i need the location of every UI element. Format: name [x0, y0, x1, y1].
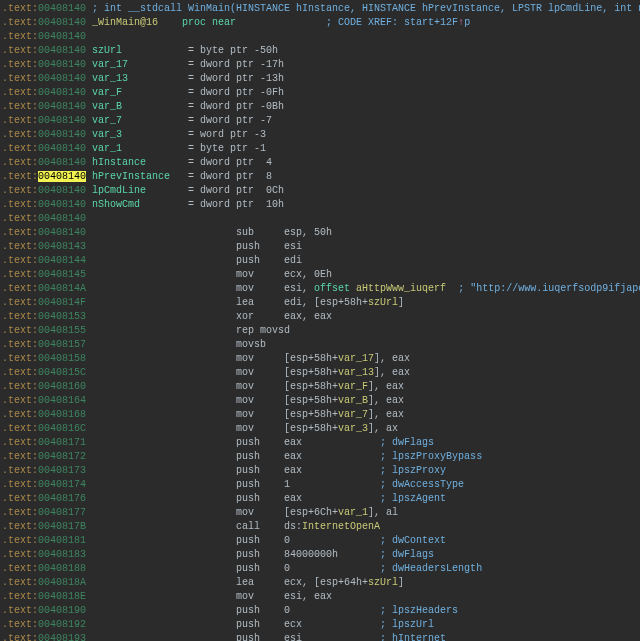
code-lines: .text:00408140 ; int __stdcall WinMain(H…	[2, 2, 640, 641]
ida-disassembly-listing[interactable]: .text:00408140 ; int __stdcall WinMain(H…	[0, 0, 640, 641]
